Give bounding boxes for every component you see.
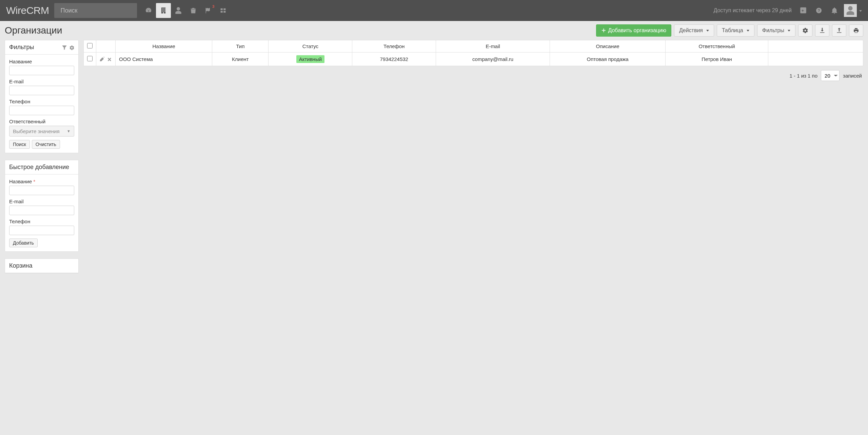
select-all-checkbox[interactable] [87, 43, 93, 48]
trash-title: Корзина [9, 262, 33, 269]
filter-phone-input[interactable] [9, 106, 74, 115]
add-organization-label: Добавить организацию [608, 27, 666, 34]
print-button[interactable] [849, 24, 863, 37]
cell-status: Активный [296, 55, 324, 63]
quickadd-submit-button[interactable]: Добавить [9, 239, 38, 247]
deals-icon[interactable] [186, 3, 201, 18]
dashboard-icon[interactable] [141, 3, 156, 18]
col-status[interactable]: Статус [269, 40, 352, 53]
quick-add-panel: Быстрое добавление Название * E-mail Тел… [5, 160, 79, 252]
apps-icon[interactable] [216, 3, 231, 18]
quickadd-email-label: E-mail [9, 199, 74, 204]
filter-responsible-label: Ответственный [9, 119, 74, 124]
col-name[interactable]: Название [116, 40, 212, 53]
quick-add-title: Быстрое добавление [9, 164, 69, 171]
brand-logo[interactable]: WireCRM [6, 5, 49, 16]
col-responsible[interactable]: Ответственный [666, 40, 768, 53]
help-icon[interactable] [813, 4, 825, 17]
funnel-icon[interactable] [62, 44, 67, 50]
gear-icon[interactable] [70, 44, 74, 50]
organizations-icon[interactable] [156, 3, 171, 18]
avatar-icon [844, 4, 857, 17]
table-footer: 1 - 1 из 1 по 20 записей [83, 66, 863, 85]
cell-responsible: Петров Иван [666, 53, 768, 66]
row-checkbox[interactable] [87, 56, 93, 61]
cell-description: Оптовая продажа [550, 53, 666, 66]
page-title: Организации [5, 25, 62, 36]
actions-dropdown[interactable]: Действия [674, 24, 714, 37]
col-phone[interactable]: Телефон [352, 40, 436, 53]
filter-responsible-select[interactable]: Выберите значения ▼ [9, 126, 74, 137]
filter-responsible-placeholder: Выберите значения [13, 128, 60, 134]
filters-dropdown[interactable]: Фильтры [757, 24, 795, 37]
contacts-icon[interactable] [171, 3, 186, 18]
add-organization-button[interactable]: Добавить организацию [596, 24, 671, 37]
col-description[interactable]: Описание [550, 40, 666, 53]
edit-icon[interactable] [100, 56, 105, 62]
table-header-row: Название Тип Статус Телефон E-mail Описа… [84, 40, 863, 53]
filter-phone-label: Телефон [9, 99, 74, 104]
table-row[interactable]: ООО Система Клиент Активный 7934224532 c… [84, 53, 863, 66]
col-type[interactable]: Тип [212, 40, 269, 53]
filter-search-button[interactable]: Поиск [9, 140, 30, 149]
upload-button[interactable] [832, 24, 846, 37]
quickadd-phone-label: Телефон [9, 219, 74, 224]
user-menu[interactable] [844, 4, 862, 17]
add-icon[interactable] [797, 4, 809, 17]
filter-name-label: Название [9, 59, 74, 64]
quickadd-phone-input[interactable] [9, 226, 74, 235]
expiry-text: Доступ истекает через 29 дней [713, 7, 792, 14]
global-search-input[interactable] [54, 3, 137, 18]
page-actions: Добавить организацию Действия Таблица Фи… [596, 24, 863, 37]
organizations-table: Название Тип Статус Телефон E-mail Описа… [83, 40, 863, 66]
filters-panel-title: Фильтры [9, 44, 34, 51]
flag-icon[interactable]: 3 [201, 3, 216, 18]
filters-panel: Фильтры Название E-mail [5, 40, 79, 153]
top-navbar: WireCRM 3 Доступ истекает через 29 дней [0, 0, 868, 21]
settings-button[interactable] [798, 24, 812, 37]
quickadd-name-label: Название * [9, 179, 74, 184]
cell-phone: 7934224532 [352, 53, 436, 66]
page-size-select[interactable]: 20 [821, 70, 840, 81]
pagination-suffix: записей [843, 73, 862, 79]
delete-icon[interactable] [107, 56, 112, 62]
flag-badge: 3 [212, 4, 214, 8]
filter-email-input[interactable] [9, 86, 74, 95]
cell-type: Клиент [212, 53, 269, 66]
nav-icon-group: 3 [141, 3, 231, 18]
filter-name-input[interactable] [9, 66, 74, 75]
download-button[interactable] [815, 24, 829, 37]
col-email[interactable]: E-mail [436, 40, 550, 53]
cell-name: ООО Система [116, 53, 212, 66]
quickadd-email-input[interactable] [9, 206, 74, 215]
notifications-icon[interactable] [828, 4, 841, 17]
quickadd-name-input[interactable] [9, 186, 74, 195]
trash-panel: Корзина [5, 258, 79, 273]
filter-clear-button[interactable]: Очистить [32, 140, 60, 149]
navbar-right: Доступ истекает через 29 дней [713, 4, 862, 17]
cell-email: company@mail.ru [436, 53, 550, 66]
table-dropdown[interactable]: Таблица [717, 24, 754, 37]
filter-email-label: E-mail [9, 79, 74, 84]
pagination-range: 1 - 1 из 1 по [789, 73, 817, 79]
